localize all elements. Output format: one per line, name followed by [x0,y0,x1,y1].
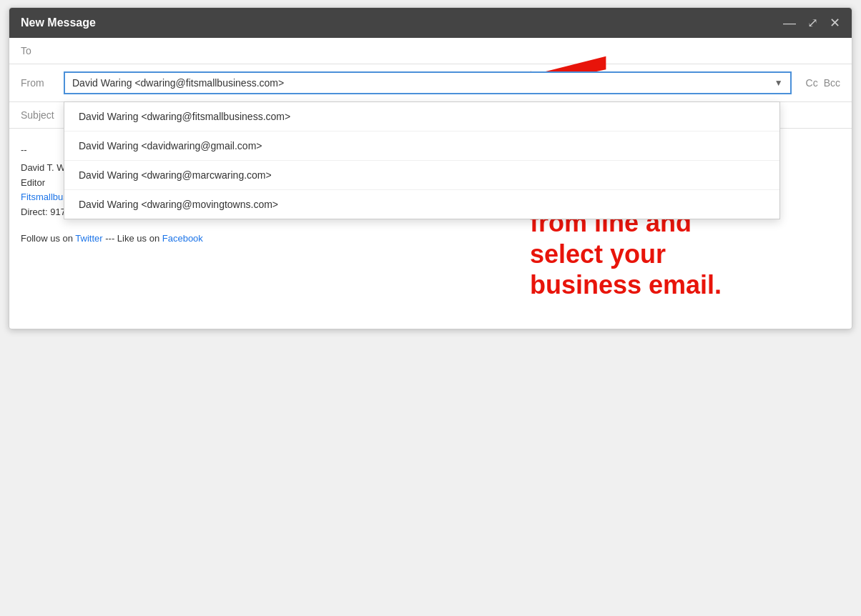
to-input[interactable] [64,45,840,56]
cc-link[interactable]: Cc [806,77,818,89]
title-bar: New Message — ⤢ ✕ [9,8,852,38]
expand-button[interactable]: ⤢ [807,16,818,29]
instruction-line4: business email. [530,269,830,300]
email-compose-window: New Message — ⤢ ✕ To From David Waring <… [9,7,852,329]
instruction-line3: select your [530,239,830,269]
cc-bcc-area: Cc Bcc [806,77,840,89]
dropdown-item-0[interactable]: David Waring <dwaring@fitsmallbusiness.c… [64,102,779,131]
to-row: To [9,38,852,64]
phone-label: Direct: [21,207,50,217]
twitter-link[interactable]: Twitter [75,233,102,244]
window-title: New Message [21,16,96,29]
dropdown-arrow-icon: ▼ [774,78,783,88]
follow-prefix: Follow us on [21,233,75,244]
dropdown-item-3[interactable]: David Waring <dwaring@movingtowns.com> [64,190,779,219]
subject-label: Subject [21,109,64,121]
from-label: From [21,77,64,89]
from-dropdown-menu: David Waring <dwaring@fitsmallbusiness.c… [64,101,780,219]
facebook-link[interactable]: Facebook [162,233,203,244]
close-button[interactable]: ✕ [830,16,840,29]
minimize-button[interactable]: — [783,16,796,29]
to-label: To [21,45,64,56]
dropdown-item-2[interactable]: David Waring <dwaring@marcwaring.com> [64,161,779,190]
social-separator: --- Like us on [103,233,162,244]
window-controls: — ⤢ ✕ [783,16,840,29]
from-row: From David Waring <dwaring@fitsmallbusin… [9,64,852,102]
from-selected-value: David Waring <dwaring@fitsmallbusiness.c… [72,77,769,89]
bcc-link[interactable]: Bcc [824,77,840,89]
dropdown-item-1[interactable]: David Waring <davidwaring@gmail.com> [64,131,779,161]
from-select[interactable]: David Waring <dwaring@fitsmallbusiness.c… [64,71,792,94]
